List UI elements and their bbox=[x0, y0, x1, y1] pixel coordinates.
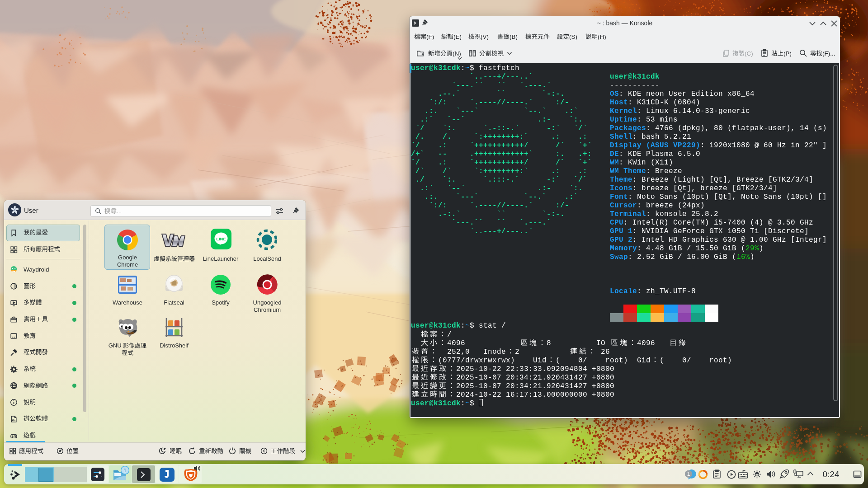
svg-text:LINE: LINE bbox=[216, 236, 226, 241]
svg-text:1: 1 bbox=[123, 468, 126, 473]
svg-text:1: 1 bbox=[687, 471, 690, 477]
